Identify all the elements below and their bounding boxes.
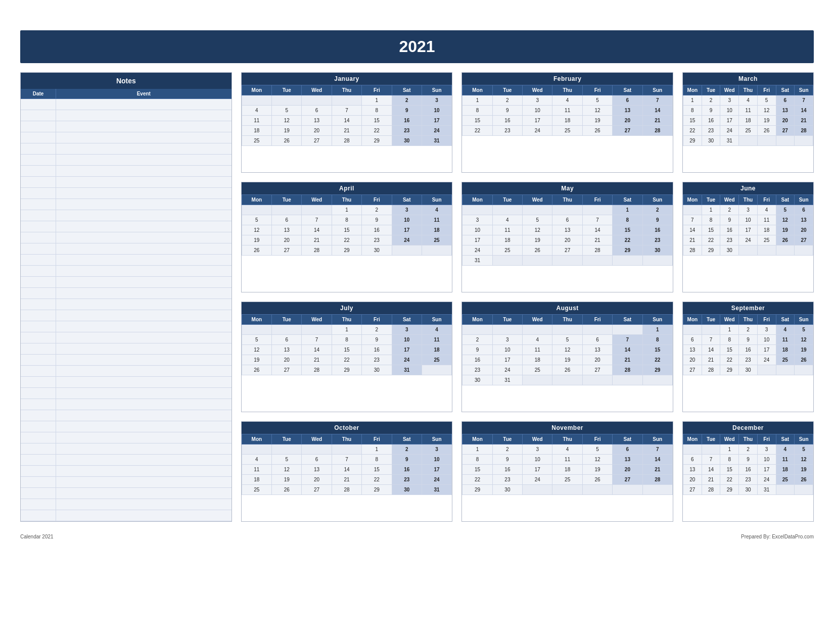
cal-day: 4	[552, 95, 582, 106]
cal-day: 19	[582, 116, 612, 126]
cal-day	[492, 205, 522, 215]
notes-row-event-cell	[56, 466, 231, 476]
weekday-header-sat: Sat	[776, 195, 795, 205]
cal-day: 10	[492, 345, 522, 355]
notes-row-event-cell	[56, 243, 231, 254]
cal-day: 23	[739, 475, 758, 485]
weekday-header-mon: Mon	[242, 315, 271, 325]
weekday-header-sun: Sun	[642, 195, 672, 205]
cal-day: 6	[683, 335, 702, 345]
cal-day: 17	[720, 116, 739, 126]
cal-day: 3	[739, 205, 758, 215]
cal-day: 20	[613, 116, 642, 126]
notes-row	[21, 143, 231, 155]
cal-day: 28	[642, 475, 672, 485]
cal-day: 17	[422, 116, 451, 126]
weekday-header-fri: Fri	[757, 315, 776, 325]
notes-row-event-cell	[56, 410, 231, 421]
cal-day: 30	[720, 245, 739, 256]
cal-day: 17	[462, 235, 492, 245]
notes-row-event-cell	[56, 110, 231, 121]
cal-day: 9	[739, 455, 758, 465]
notes-row	[21, 421, 231, 432]
notes-row-date-cell	[21, 266, 56, 276]
footer-left: Calendar 2021	[20, 534, 54, 539]
weekday-header-wed: Wed	[523, 315, 552, 325]
weekday-header-tue: Tue	[702, 315, 720, 325]
notes-row-date-cell	[21, 243, 56, 254]
cal-table: MonTueWedThuFriSatSun1234567891011121314…	[462, 314, 673, 385]
weekday-header-mon: Mon	[683, 85, 702, 95]
notes-row-event-cell	[56, 132, 231, 143]
cal-day: 19	[582, 465, 612, 475]
cal-day: 2	[462, 335, 492, 345]
notes-row-event-cell	[56, 177, 231, 187]
weekday-header-thu: Thu	[739, 195, 758, 205]
weekday-header-mon: Mon	[242, 434, 271, 444]
cal-day: 20	[582, 355, 612, 365]
notes-row-event-cell	[56, 299, 231, 310]
notes-row-date-cell	[21, 388, 56, 399]
weekday-header-fri: Fri	[582, 434, 612, 444]
cal-day: 22	[720, 475, 739, 485]
notes-row-date-cell	[21, 343, 56, 354]
cal-day: 5	[776, 205, 795, 215]
cal-day	[552, 485, 582, 495]
cal-day	[613, 325, 642, 335]
cal-day: 14	[683, 225, 702, 235]
weekday-header-wed: Wed	[720, 85, 739, 95]
cal-day: 23	[362, 355, 392, 365]
cal-day: 15	[462, 465, 492, 475]
cal-day: 6	[795, 205, 813, 215]
weekday-header-fri: Fri	[362, 315, 392, 325]
notes-row-event-cell	[56, 188, 231, 199]
cal-table: MonTueWedThuFriSatSun1234567891011121314…	[683, 434, 813, 495]
cal-day: 28	[302, 365, 332, 375]
weekday-header-sat: Sat	[776, 85, 795, 95]
cal-day: 18	[422, 225, 451, 235]
cal-day	[272, 95, 302, 106]
cal-day: 27	[683, 365, 702, 375]
cal-day: 7	[332, 106, 361, 116]
cal-day: 5	[757, 95, 776, 106]
notes-row-date-cell	[21, 477, 56, 487]
cal-day: 22	[613, 235, 642, 245]
cal-day: 27	[582, 365, 612, 375]
weekday-header-sun: Sun	[422, 85, 451, 95]
notes-row	[21, 466, 231, 477]
cal-day: 15	[702, 225, 720, 235]
notes-row-event-cell	[56, 432, 231, 443]
cal-day: 27	[776, 126, 795, 136]
notes-row-event-cell	[56, 477, 231, 487]
cal-day: 16	[739, 465, 758, 475]
cal-day: 27	[613, 475, 642, 485]
notes-row	[21, 132, 231, 143]
cal-day: 25	[492, 245, 522, 256]
notes-row	[21, 221, 231, 232]
cal-day: 30	[362, 365, 392, 375]
cal-day	[302, 95, 332, 106]
cal-day: 6	[613, 444, 642, 455]
weekday-header-thu: Thu	[552, 434, 582, 444]
weekday-header-tue: Tue	[702, 195, 720, 205]
cal-day: 14	[332, 116, 361, 126]
notes-row-event-cell	[56, 366, 231, 376]
cal-table: MonTueWedThuFriSatSun1234567891011121314…	[462, 85, 673, 136]
weekday-header-tue: Tue	[492, 85, 522, 95]
cal-day: 10	[523, 106, 552, 116]
cal-day	[462, 205, 492, 215]
cal-day	[702, 444, 720, 455]
notes-row-event-cell	[56, 421, 231, 432]
cal-day: 25	[739, 126, 758, 136]
month-block-august: AugustMonTueWedThuFriSatSun1234567891011…	[461, 302, 673, 412]
cal-day: 25	[757, 235, 776, 245]
cal-day: 30	[642, 245, 672, 256]
weekday-header-sat: Sat	[613, 85, 642, 95]
notes-row-date-cell	[21, 455, 56, 465]
notes-row	[21, 366, 231, 377]
cal-day: 12	[523, 225, 552, 235]
weekday-header-wed: Wed	[302, 315, 332, 325]
cal-day: 9	[362, 215, 392, 225]
cal-day: 21	[613, 355, 642, 365]
cal-day: 18	[523, 355, 552, 365]
